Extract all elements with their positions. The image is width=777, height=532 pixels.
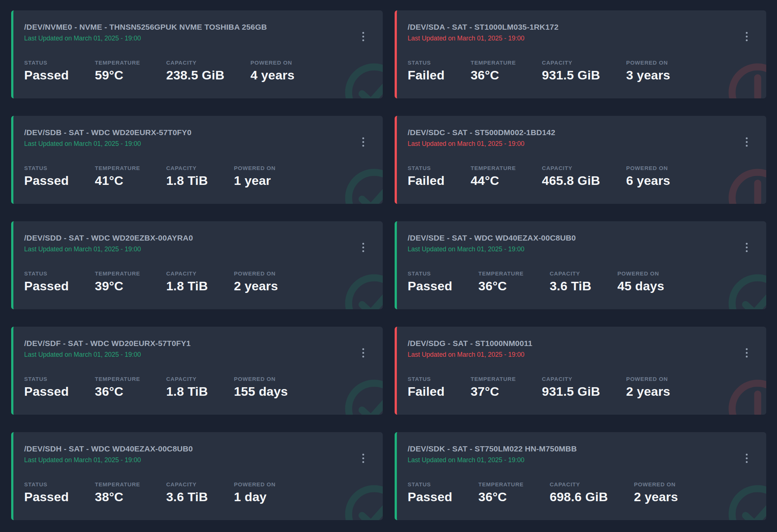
powered-on-value: 4 years xyxy=(250,68,295,82)
more-options-button[interactable] xyxy=(743,241,751,254)
powered-on-value: 3 years xyxy=(626,68,670,82)
temperature-label: TEMPERATURE xyxy=(95,270,140,277)
last-updated-text: Last Updated on March 01, 2025 - 19:00 xyxy=(24,35,372,42)
status-label: STATUS xyxy=(24,376,69,382)
capacity-value: 465.8 GiB xyxy=(542,173,600,188)
stat-capacity: CAPACITY 238.5 GiB xyxy=(166,59,224,82)
drive-title[interactable]: /DEV/NVME0 - NVME - THNSN5256GPUK NVME T… xyxy=(24,23,372,32)
powered-on-value: 155 days xyxy=(234,384,288,399)
status-value: Passed xyxy=(408,279,452,293)
last-updated-text: Last Updated on March 01, 2025 - 19:00 xyxy=(408,456,755,464)
drive-title[interactable]: /DEV/SDB - SAT - WDC WD20EURX-57T0FY0 xyxy=(24,128,372,137)
drive-title[interactable]: /DEV/SDC - SAT - ST500DM002-1BD142 xyxy=(408,128,755,137)
capacity-value: 3.6 TiB xyxy=(550,279,591,293)
last-updated-text: Last Updated on March 01, 2025 - 19:00 xyxy=(408,35,755,42)
stats-row: STATUS Failed TEMPERATURE 36°C CAPACITY … xyxy=(408,59,755,82)
powered-on-label: POWERED ON xyxy=(234,376,288,382)
more-options-button[interactable] xyxy=(359,30,367,43)
status-value: Failed xyxy=(408,384,444,399)
stat-temperature: TEMPERATURE 36°C xyxy=(478,270,524,293)
last-updated-text: Last Updated on March 01, 2025 - 19:00 xyxy=(24,140,372,148)
capacity-label: CAPACITY xyxy=(166,165,208,171)
drive-title[interactable]: /DEV/SDK - SAT - ST750LM022 HN-M750MBB xyxy=(408,444,755,453)
stat-powered-on: POWERED ON 155 days xyxy=(234,376,288,399)
stat-status: STATUS Passed xyxy=(408,270,452,293)
drive-title[interactable]: /DEV/SDG - SAT - ST1000NM0011 xyxy=(408,339,755,348)
powered-on-value: 1 day xyxy=(234,490,275,504)
more-options-button[interactable] xyxy=(359,346,367,360)
status-value: Failed xyxy=(408,68,444,82)
drive-card: /DEV/SDB - SAT - WDC WD20EURX-57T0FY0 La… xyxy=(11,116,383,204)
temperature-label: TEMPERATURE xyxy=(95,59,140,66)
capacity-value: 3.6 TiB xyxy=(166,490,208,504)
drive-title[interactable]: /DEV/SDF - SAT - WDC WD20EURX-57T0FY1 xyxy=(24,339,372,348)
capacity-value: 1.8 TiB xyxy=(166,279,208,293)
stat-powered-on: POWERED ON 1 day xyxy=(234,481,275,504)
temperature-value: 38°C xyxy=(95,490,140,504)
drive-card: /DEV/SDH - SAT - WDC WD40EZAX-00C8UB0 La… xyxy=(11,432,383,520)
temperature-value: 36°C xyxy=(478,490,524,504)
stat-status: STATUS Failed xyxy=(408,59,444,82)
last-updated-text: Last Updated on March 01, 2025 - 19:00 xyxy=(408,140,755,148)
more-options-button[interactable] xyxy=(743,451,751,465)
powered-on-label: POWERED ON xyxy=(234,165,275,171)
last-updated-text: Last Updated on March 01, 2025 - 19:00 xyxy=(24,456,372,464)
more-options-button[interactable] xyxy=(743,346,751,360)
more-options-button[interactable] xyxy=(743,30,751,43)
status-value: Passed xyxy=(24,173,69,188)
drive-card: /DEV/SDK - SAT - ST750LM022 HN-M750MBB L… xyxy=(395,432,766,520)
status-label: STATUS xyxy=(408,270,452,277)
drive-card: /DEV/SDC - SAT - ST500DM002-1BD142 Last … xyxy=(395,116,766,204)
stat-powered-on: POWERED ON 4 years xyxy=(250,59,295,82)
drive-title[interactable]: /DEV/SDA - SAT - ST1000LM035-1RK172 xyxy=(408,23,755,32)
kebab-menu-icon xyxy=(362,348,364,350)
capacity-label: CAPACITY xyxy=(550,270,591,277)
drive-card: /DEV/SDE - SAT - WDC WD40EZAX-00C8UB0 La… xyxy=(395,221,766,309)
stat-capacity: CAPACITY 931.5 GiB xyxy=(542,59,600,82)
last-updated-text: Last Updated on March 01, 2025 - 19:00 xyxy=(408,351,755,359)
stat-powered-on: POWERED ON 2 years xyxy=(626,376,670,399)
status-value: Passed xyxy=(24,490,69,504)
stat-powered-on: POWERED ON 2 years xyxy=(634,481,678,504)
more-options-button[interactable] xyxy=(359,135,367,149)
drive-title[interactable]: /DEV/SDH - SAT - WDC WD40EZAX-00C8UB0 xyxy=(24,444,372,453)
stat-capacity: CAPACITY 698.6 GiB xyxy=(550,481,608,504)
more-options-button[interactable] xyxy=(359,451,367,465)
powered-on-label: POWERED ON xyxy=(626,376,670,382)
stat-capacity: CAPACITY 931.5 GiB xyxy=(542,376,600,399)
powered-on-label: POWERED ON xyxy=(250,59,295,66)
drive-card: /DEV/SDA - SAT - ST1000LM035-1RK172 Last… xyxy=(395,10,766,98)
drive-card: /DEV/NVME0 - NVME - THNSN5256GPUK NVME T… xyxy=(11,10,383,98)
temperature-label: TEMPERATURE xyxy=(95,165,140,171)
stat-temperature: TEMPERATURE 41°C xyxy=(95,165,140,188)
more-options-button[interactable] xyxy=(359,241,367,254)
temperature-label: TEMPERATURE xyxy=(478,481,524,487)
kebab-menu-icon xyxy=(746,243,748,245)
stats-row: STATUS Failed TEMPERATURE 37°C CAPACITY … xyxy=(408,376,755,399)
stat-capacity: CAPACITY 3.6 TiB xyxy=(550,270,591,293)
temperature-label: TEMPERATURE xyxy=(478,270,524,277)
stat-status: STATUS Passed xyxy=(24,59,69,82)
drive-card: /DEV/SDG - SAT - ST1000NM0011 Last Updat… xyxy=(395,327,766,415)
stats-row: STATUS Passed TEMPERATURE 36°C CAPACITY … xyxy=(24,376,372,399)
drive-title[interactable]: /DEV/SDD - SAT - WDC WD20EZBX-00AYRA0 xyxy=(24,234,372,242)
stat-temperature: TEMPERATURE 37°C xyxy=(470,376,516,399)
status-label: STATUS xyxy=(24,165,69,171)
stats-row: STATUS Failed TEMPERATURE 44°C CAPACITY … xyxy=(408,165,755,188)
drive-card: /DEV/SDD - SAT - WDC WD20EZBX-00AYRA0 La… xyxy=(11,221,383,309)
powered-on-value: 45 days xyxy=(617,279,664,293)
last-updated-text: Last Updated on March 01, 2025 - 19:00 xyxy=(24,245,372,253)
status-label: STATUS xyxy=(408,481,452,487)
stats-row: STATUS Passed TEMPERATURE 59°C CAPACITY … xyxy=(24,59,372,82)
more-options-button[interactable] xyxy=(743,135,751,149)
powered-on-label: POWERED ON xyxy=(234,270,278,277)
stat-capacity: CAPACITY 3.6 TiB xyxy=(166,481,208,504)
capacity-label: CAPACITY xyxy=(550,481,608,487)
kebab-menu-icon xyxy=(362,243,364,245)
status-value: Passed xyxy=(24,279,69,293)
stat-temperature: TEMPERATURE 59°C xyxy=(95,59,140,82)
capacity-value: 931.5 GiB xyxy=(542,68,600,82)
drive-title[interactable]: /DEV/SDE - SAT - WDC WD40EZAX-00C8UB0 xyxy=(408,234,755,242)
powered-on-value: 2 years xyxy=(234,279,278,293)
kebab-menu-icon xyxy=(746,32,748,34)
